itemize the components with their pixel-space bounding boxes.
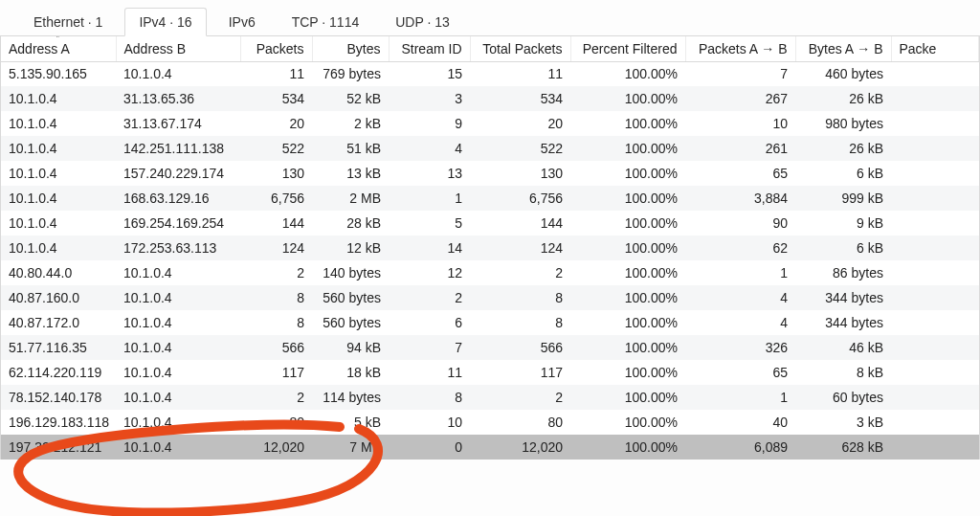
cell-pkab: 1 xyxy=(685,385,795,410)
col-header-c-addrB[interactable]: Address B xyxy=(116,36,240,61)
table-row[interactable]: 40.80.44.010.1.0.42140 bytes122100.00%18… xyxy=(1,260,979,285)
table-row[interactable]: 51.77.116.3510.1.0.456694 kB7566100.00%3… xyxy=(1,335,979,360)
cell-pctf: 100.00% xyxy=(570,236,685,260)
cell-pkab: 326 xyxy=(685,335,795,360)
table-row[interactable]: 78.152.140.17810.1.0.42114 bytes82100.00… xyxy=(1,385,979,410)
cell-pctf: 100.00% xyxy=(570,335,685,360)
cell-overflow xyxy=(891,285,979,310)
cell-pctf: 100.00% xyxy=(570,360,685,385)
cell-totpk: 144 xyxy=(470,211,570,236)
col-header-c-last[interactable]: Packe xyxy=(891,36,979,61)
cell-byab: 26 kB xyxy=(795,136,891,161)
col-header-c-addrA[interactable]: Address A˄ xyxy=(1,36,116,61)
cell-addrA: 10.1.0.4 xyxy=(1,136,116,161)
table-row[interactable]: 10.1.0.4157.240.229.17413013 kB13130100.… xyxy=(1,161,979,186)
cell-overflow xyxy=(891,211,979,236)
cell-overflow xyxy=(891,186,979,211)
cell-bytes: 2 kB xyxy=(312,111,389,136)
cell-bytes: 560 bytes xyxy=(312,285,389,310)
tab-tcp-1114[interactable]: TCP · 1114 xyxy=(278,8,374,35)
cell-pkab: 10 xyxy=(685,111,795,136)
table-row[interactable]: 10.1.0.4172.253.63.11312412 kB14124100.0… xyxy=(1,236,979,260)
tab-ipv4-16[interactable]: IPv4 · 16 xyxy=(124,8,206,36)
cell-stream: 11 xyxy=(389,360,470,385)
cell-packets: 144 xyxy=(240,211,312,236)
tab-ethernet-1[interactable]: Ethernet · 1 xyxy=(19,8,117,35)
cell-stream: 10 xyxy=(389,410,470,435)
table-row[interactable]: 197.32.212.12110.1.0.412,0207 MB012,0201… xyxy=(1,435,979,460)
cell-bytes: 18 kB xyxy=(312,360,389,385)
cell-overflow xyxy=(891,435,979,460)
cell-packets: 20 xyxy=(240,111,312,136)
cell-totpk: 8 xyxy=(470,285,570,310)
cell-pctf: 100.00% xyxy=(570,310,685,335)
cell-totpk: 12,020 xyxy=(470,435,570,460)
cell-bytes: 7 MB xyxy=(312,435,389,460)
cell-byab: 460 bytes xyxy=(795,61,891,86)
cell-packets: 11 xyxy=(240,61,312,86)
col-header-c-totpk[interactable]: Total Packets xyxy=(470,36,570,61)
table-row[interactable]: 62.114.220.11910.1.0.411718 kB11117100.0… xyxy=(1,360,979,385)
cell-packets: 12,020 xyxy=(240,435,312,460)
col-header-c-stream[interactable]: Stream ID xyxy=(389,36,470,61)
cell-stream: 13 xyxy=(389,161,470,186)
cell-addrB: 10.1.0.4 xyxy=(116,285,240,310)
cell-stream: 14 xyxy=(389,236,470,260)
cell-byab: 6 kB xyxy=(795,161,891,186)
cell-pkab: 65 xyxy=(685,360,795,385)
col-header-c-bytes[interactable]: Bytes xyxy=(312,36,389,61)
col-header-c-pctf[interactable]: Percent Filtered xyxy=(570,36,685,61)
table-row[interactable]: 10.1.0.4142.251.111.13852251 kB4522100.0… xyxy=(1,136,979,161)
cell-bytes: 140 bytes xyxy=(312,260,389,285)
table-row[interactable]: 5.135.90.16510.1.0.411769 bytes1511100.0… xyxy=(1,61,979,86)
cell-addrB: 10.1.0.4 xyxy=(116,385,240,410)
cell-byab: 344 bytes xyxy=(795,285,891,310)
table-row[interactable]: 10.1.0.431.13.67.174202 kB920100.00%1098… xyxy=(1,111,979,136)
cell-addrA: 197.32.212.121 xyxy=(1,435,116,460)
cell-addrB: 31.13.65.36 xyxy=(116,86,240,111)
cell-pkab: 7 xyxy=(685,61,795,86)
cell-byab: 3 kB xyxy=(795,410,891,435)
cell-packets: 124 xyxy=(240,236,312,260)
cell-bytes: 51 kB xyxy=(312,136,389,161)
cell-addrB: 172.253.63.113 xyxy=(116,236,240,260)
cell-pkab: 62 xyxy=(685,236,795,260)
table-row[interactable]: 40.87.160.010.1.0.48560 bytes28100.00%43… xyxy=(1,285,979,310)
col-header-c-byab[interactable]: Bytes A → B xyxy=(795,36,891,61)
cell-bytes: 94 kB xyxy=(312,335,389,360)
cell-overflow xyxy=(891,86,979,111)
cell-byab: 6 kB xyxy=(795,236,891,260)
cell-pctf: 100.00% xyxy=(570,385,685,410)
table-row[interactable]: 10.1.0.4169.254.169.25414428 kB5144100.0… xyxy=(1,211,979,236)
cell-overflow xyxy=(891,136,979,161)
cell-packets: 130 xyxy=(240,161,312,186)
cell-bytes: 5 kB xyxy=(312,410,389,435)
cell-overflow xyxy=(891,385,979,410)
cell-addrA: 62.114.220.119 xyxy=(1,360,116,385)
col-header-c-pkab[interactable]: Packets A → B xyxy=(685,36,795,61)
table-row[interactable]: 40.87.172.010.1.0.48560 bytes68100.00%43… xyxy=(1,310,979,335)
table-row[interactable]: 196.129.183.11810.1.0.4805 kB1080100.00%… xyxy=(1,410,979,435)
cell-pctf: 100.00% xyxy=(570,410,685,435)
cell-pkab: 3,884 xyxy=(685,186,795,211)
cell-overflow xyxy=(891,61,979,86)
cell-totpk: 80 xyxy=(470,410,570,435)
cell-packets: 8 xyxy=(240,285,312,310)
table-body: 5.135.90.16510.1.0.411769 bytes1511100.0… xyxy=(1,61,979,460)
cell-packets: 8 xyxy=(240,310,312,335)
cell-addrA: 40.87.172.0 xyxy=(1,310,116,335)
cell-totpk: 2 xyxy=(470,385,570,410)
cell-addrB: 10.1.0.4 xyxy=(116,410,240,435)
tab-udp-13[interactable]: UDP · 13 xyxy=(381,8,464,35)
tab-ipv6[interactable]: IPv6 xyxy=(214,8,270,35)
table-row[interactable]: 10.1.0.4168.63.129.166,7562 MB16,756100.… xyxy=(1,186,979,211)
cell-pkab: 90 xyxy=(685,211,795,236)
cell-packets: 80 xyxy=(240,410,312,435)
cell-pctf: 100.00% xyxy=(570,111,685,136)
cell-overflow xyxy=(891,236,979,260)
col-header-c-packets[interactable]: Packets xyxy=(240,36,312,61)
cell-packets: 2 xyxy=(240,260,312,285)
cell-addrB: 10.1.0.4 xyxy=(116,310,240,335)
cell-pctf: 100.00% xyxy=(570,186,685,211)
table-row[interactable]: 10.1.0.431.13.65.3653452 kB3534100.00%26… xyxy=(1,86,979,111)
